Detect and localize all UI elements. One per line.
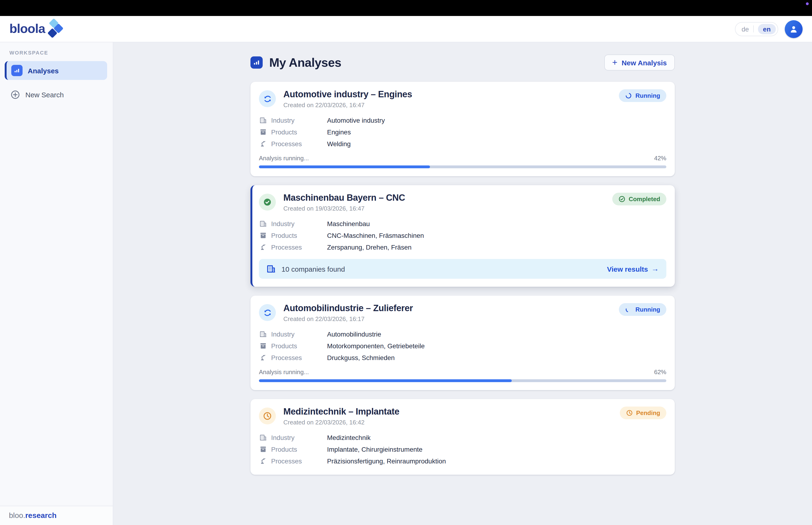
analysis-details: Industry Automobilindustrie Products Mot… [259, 330, 666, 361]
building-icon [266, 264, 276, 273]
language-switch: de en [735, 22, 778, 36]
status-badge: Completed [612, 193, 666, 205]
check-circle-icon [259, 194, 276, 211]
bloola-logo[interactable]: bloola [10, 18, 66, 40]
progress-percent: 62% [654, 369, 666, 376]
bar-chart-icon [250, 56, 263, 69]
results-banner: 10 companies found View results → [259, 259, 666, 279]
logo-text: bloola [10, 21, 45, 36]
card-titles: Medizintechnik – Implantate Created on 2… [284, 407, 399, 426]
arrow-right-icon: → [651, 265, 659, 273]
check-circle-icon [618, 196, 626, 202]
analysis-created: Created on 22/03/2026, 16:47 [284, 102, 412, 108]
companies-found-text: 10 companies found [281, 265, 345, 273]
recording-indicator-dot [806, 2, 809, 5]
industry-value: Automobilindustrie [327, 330, 666, 338]
processes-label: Processes [259, 243, 327, 251]
page-header: My Analyses + New Analysis [250, 52, 675, 73]
clock-icon [626, 409, 633, 417]
products-label: Products [259, 342, 327, 350]
status-label: Completed [629, 196, 660, 202]
progress-bar [259, 379, 666, 382]
sidebar-item-new-search[interactable]: New Search [10, 87, 107, 103]
status-label: Running [635, 306, 660, 313]
workspace-section-label: WORKSPACE [10, 50, 113, 56]
sidebar-item-label: New Search [25, 90, 64, 99]
products-value: CNC-Maschinen, Fräsmaschinen [327, 232, 666, 239]
industry-value: Medizintechnik [327, 434, 666, 441]
spinner-icon [625, 306, 632, 313]
card-header: Automobilindustrie – Zulieferer Created … [259, 303, 666, 322]
brand-highlight: research [25, 511, 56, 520]
robot-arm-icon [259, 354, 267, 361]
processes-label: Processes [259, 140, 327, 148]
analysis-created: Created on 22/03/2026, 16:42 [284, 419, 399, 426]
products-box-icon [259, 342, 267, 350]
status-badge: Pending [619, 407, 666, 419]
language-divider [753, 25, 753, 32]
status-label: Pending [636, 409, 660, 417]
header-right: de en [735, 20, 802, 38]
industry-label: Industry [259, 220, 327, 227]
analysis-card: Medizintechnik – Implantate Created on 2… [250, 399, 675, 475]
analysis-card: Automotive industry – Engines Created on… [250, 82, 675, 176]
spinner-icon [625, 92, 632, 99]
progress-row: Analysis running... 62% [259, 369, 666, 376]
progress-label: Analysis running... [259, 155, 309, 162]
products-box-icon [259, 232, 267, 239]
person-icon [789, 24, 798, 34]
robot-arm-icon [259, 243, 267, 251]
analysis-card: Automobilindustrie – Zulieferer Created … [250, 296, 675, 390]
building-icon [259, 220, 267, 227]
processes-value: Welding [327, 140, 666, 148]
analysis-created: Created on 19/03/2026, 16:47 [284, 205, 405, 212]
products-label: Products [259, 128, 327, 136]
industry-label: Industry [259, 330, 327, 338]
clock-icon [259, 407, 276, 424]
analysis-card: Maschinenbau Bayern – CNC Created on 19/… [250, 185, 675, 287]
status-badge: Running [619, 89, 666, 102]
card-header: Maschinenbau Bayern – CNC Created on 19/… [259, 193, 666, 212]
sidebar-item-analyses[interactable]: Analyses [5, 61, 107, 80]
app-root: bloola de en WORKSPACE [0, 0, 812, 525]
card-header: Medizintechnik – Implantate Created on 2… [259, 407, 666, 426]
sync-icon [259, 304, 276, 321]
progress-bar-fill [259, 165, 430, 168]
processes-value: Präzisionsfertigung, Reinraumproduktion [327, 457, 666, 465]
analysis-details: Industry Automotive industry Products En… [259, 117, 666, 148]
view-results-link[interactable]: View results → [607, 265, 659, 273]
main-area: My Analyses + New Analysis [113, 42, 812, 525]
brand-prefix: bloo. [9, 511, 25, 520]
robot-arm-icon [259, 140, 267, 148]
circle-plus-icon [10, 90, 20, 100]
card-titles: Automotive industry – Engines Created on… [284, 89, 412, 108]
products-box-icon [259, 128, 267, 136]
progress-bar-fill [259, 379, 511, 382]
processes-label: Processes [259, 354, 327, 361]
new-analysis-button[interactable]: + New Analysis [604, 55, 675, 71]
processes-value: Zerspanung, Drehen, Fräsen [327, 243, 666, 251]
user-avatar-button[interactable] [785, 20, 802, 38]
card-titles: Automobilindustrie – Zulieferer Created … [284, 303, 413, 322]
progress-label: Analysis running... [259, 369, 309, 376]
status-badge: Running [619, 303, 666, 316]
language-option-en[interactable]: en [758, 24, 776, 34]
card-titles: Maschinenbau Bayern – CNC Created on 19/… [284, 193, 405, 212]
products-value: Engines [327, 128, 666, 136]
new-analysis-label: New Analysis [622, 59, 667, 66]
products-box-icon [259, 446, 267, 453]
robot-arm-icon [259, 457, 267, 465]
analysis-title: Maschinenbau Bayern – CNC [284, 193, 405, 203]
bar-chart-icon [11, 65, 22, 76]
analysis-details: Industry Medizintechnik Products Implant… [259, 434, 666, 465]
app-header: bloola de en [0, 16, 812, 42]
sidebar-item-label: Analyses [28, 66, 59, 75]
progress-bar [259, 165, 666, 168]
building-icon [259, 434, 267, 441]
analysis-details: Industry Maschinenbau Products CNC-Masch… [259, 220, 666, 251]
products-label: Products [259, 446, 327, 453]
language-option-de[interactable]: de [741, 25, 749, 33]
progress-row: Analysis running... 42% [259, 155, 666, 162]
plus-icon: + [612, 58, 617, 66]
products-value: Implantate, Chirurgieinstrumente [327, 446, 666, 453]
